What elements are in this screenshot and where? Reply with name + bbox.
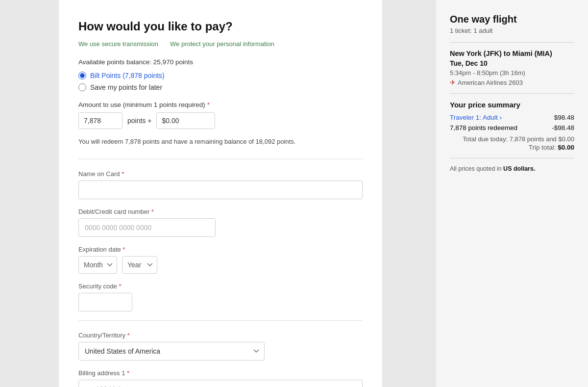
section-divider (78, 159, 363, 159)
name-on-card-group: Name on Card * (78, 170, 363, 199)
security-code-group: Security code * (78, 283, 363, 311)
amount-required-marker: * (207, 101, 210, 108)
expiry-row: Month 01020304 05060708 09101112 Year 20… (78, 256, 363, 274)
dollar-input[interactable] (156, 112, 215, 129)
bilt-points-radio[interactable] (78, 72, 86, 79)
trip-total-amount: $0.00 (558, 144, 574, 151)
traveler-label-link[interactable]: Traveler 1: Adult › (450, 114, 502, 121)
billing-address-1-input[interactable] (78, 380, 363, 387)
points-radio-group: Bilt Points (7,878 points) Save my point… (78, 72, 363, 91)
usd-bold: US dollars. (503, 165, 535, 172)
save-points-label: Save my points for later (90, 83, 162, 91)
country-required-marker: * (127, 332, 130, 339)
amount-label: Amount to use (minimum 1 points required… (78, 101, 363, 108)
points-plus-label: points + (127, 117, 151, 125)
name-required-marker: * (122, 170, 124, 178)
name-on-card-label: Name on Card * (78, 170, 363, 178)
redeem-note: You will redeem 7,878 points and have a … (78, 138, 363, 145)
panel-divider-3 (450, 158, 574, 158)
usd-note: All prices quoted in US dollars. (450, 165, 574, 172)
security-required-marker: * (119, 283, 121, 290)
security-code-label: Security code * (78, 283, 363, 290)
expiration-group: Expiration date * Month 01020304 0506070… (78, 246, 363, 274)
security-code-input[interactable] (78, 293, 132, 311)
save-points-radio[interactable] (78, 83, 86, 91)
country-group: Country/Territory * United States of Ame… (78, 332, 363, 361)
card-number-input[interactable] (78, 218, 216, 237)
save-points-radio-label[interactable]: Save my points for later (78, 83, 363, 91)
trip-total-row: Trip total: $0.00 (450, 144, 574, 151)
points-redeemed-row: 7,878 points redeemed -$98.48 (450, 124, 574, 131)
country-select[interactable]: United States of America Canada United K… (78, 342, 265, 361)
secure-links-row: We use secure transmission We protect yo… (78, 40, 363, 48)
ticket-info: 1 ticket: 1 adult (450, 27, 574, 34)
flight-type-title: One way flight (450, 14, 574, 25)
route-airline: ✈ American Airlines 2603 (450, 78, 574, 86)
section-divider-2 (78, 320, 363, 321)
billing-address-1-label: Billing address 1 * (78, 369, 363, 377)
amount-input[interactable] (78, 112, 122, 129)
bilt-points-label: Bilt Points (7,878 points) (90, 72, 165, 79)
right-panel: One way flight 1 ticket: 1 adult New Yor… (436, 0, 588, 387)
billing1-required-marker: * (127, 369, 129, 377)
route-title: New York (JFK) to Miami (MIA) (450, 50, 574, 57)
route-date: Tue, Dec 10 (450, 59, 574, 67)
bilt-points-radio-label[interactable]: Bilt Points (7,878 points) (78, 72, 363, 79)
price-summary-title: Your price summary (450, 101, 574, 109)
points-balance-text: Available points balance: 25,970 points (78, 58, 363, 66)
panel-divider-2 (450, 93, 574, 94)
expiration-label: Expiration date * (78, 246, 363, 253)
base-price: $98.48 (554, 114, 574, 121)
card-required-marker: * (151, 208, 154, 215)
secure-transmission-link[interactable]: We use secure transmission (78, 40, 158, 48)
month-select[interactable]: Month 01020304 05060708 09101112 (78, 256, 117, 274)
expiration-required-marker: * (122, 246, 125, 253)
panel-divider-1 (450, 42, 574, 43)
page-title: How would you like to pay? (78, 20, 363, 33)
points-discount-amount: -$98.48 (552, 124, 574, 131)
total-due-row: Total due today: 7,878 points and $0.00 (450, 135, 574, 143)
route-time: 5:34pm - 8:50pm (3h 16m) (450, 69, 574, 77)
name-on-card-input[interactable] (78, 181, 363, 199)
amount-row: points + (78, 112, 363, 129)
points-redeemed-label: 7,878 points redeemed (450, 124, 517, 131)
country-label: Country/Territory * (78, 332, 363, 339)
traveler-price-row: Traveler 1: Adult › $98.48 (450, 114, 574, 121)
personal-info-link[interactable]: We protect your personal information (170, 40, 274, 48)
year-select[interactable]: Year 2024202520262027 202820292030 (122, 256, 157, 274)
card-number-group: Debit/Credit card number * (78, 208, 363, 237)
amount-group: Amount to use (minimum 1 points required… (78, 101, 363, 129)
card-number-label: Debit/Credit card number * (78, 208, 363, 215)
airline-icon: ✈ (450, 78, 456, 86)
billing-address-1-group: Billing address 1 * (78, 369, 363, 387)
